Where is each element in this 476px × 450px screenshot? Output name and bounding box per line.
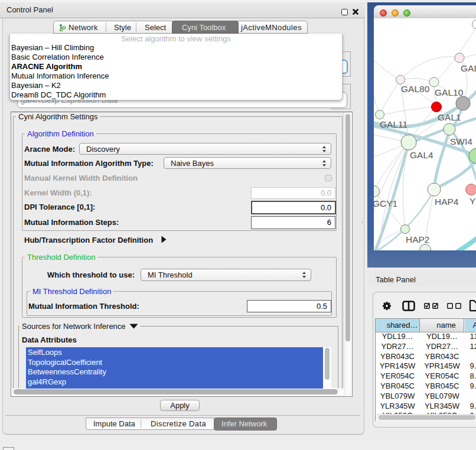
svg-text:GAL1: GAL1	[438, 112, 461, 122]
svg-text:HAP4: HAP4	[435, 197, 459, 207]
svg-text:YI: YI	[470, 196, 476, 206]
svg-text:GAL10: GAL10	[435, 87, 464, 97]
svg-text:HAP2: HAP2	[406, 234, 430, 244]
svg-text:SWI4: SWI4	[450, 136, 472, 146]
svg-text:GAL8: GAL8	[461, 63, 476, 73]
svg-text:GAL11: GAL11	[380, 119, 407, 129]
svg-text:GCY1: GCY1	[374, 198, 397, 208]
svg-text:GAL80: GAL80	[401, 84, 430, 94]
svg-text:GAL4: GAL4	[410, 150, 433, 160]
